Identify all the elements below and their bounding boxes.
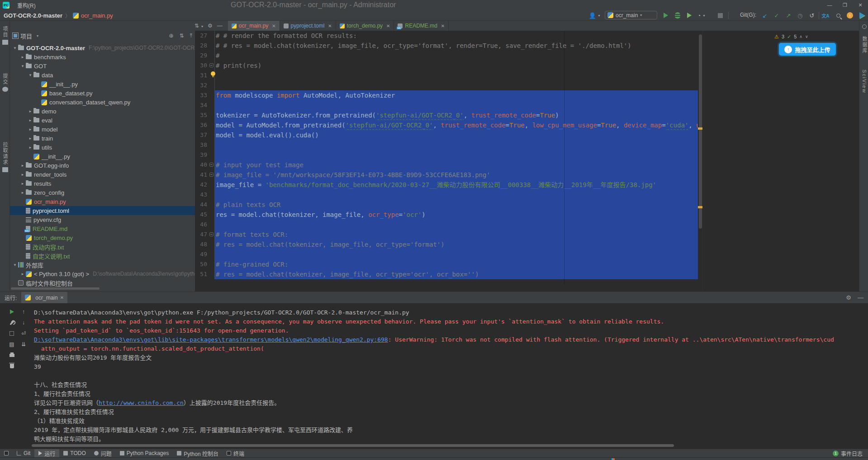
run-console[interactable]: ↑ ↓ ⏎ ▤ ⇊ D:\softwareData\Anaconda3\envs…	[0, 303, 868, 449]
fold-marker-icon[interactable]: −	[209, 232, 213, 236]
project-panel-title[interactable]: 项目	[20, 32, 32, 40]
notifications-icon[interactable]	[859, 24, 868, 29]
tree-row[interactable]: ▸render_tools	[10, 170, 195, 179]
breadcrumb-file[interactable]: ocr_main.py	[81, 12, 113, 19]
tree-row[interactable]: ▸eval	[10, 116, 195, 125]
soft-wrap-icon[interactable]: ⏎	[20, 330, 27, 337]
collapse-all-icon[interactable]: ⤒	[190, 33, 192, 39]
tree-row[interactable]: ▸zero_config	[10, 188, 195, 197]
tree-row[interactable]: pyvenv.cfg	[10, 215, 195, 224]
translate-icon[interactable]: 文A	[821, 11, 830, 19]
tree-row[interactable]: conversation_dataset_qwen.py	[10, 98, 195, 107]
run-configuration-select[interactable]: ocr_main ▾	[605, 11, 657, 19]
tool-button-commit[interactable]: 提交	[0, 73, 10, 92]
code-editor[interactable]: 27# # render the formatted OCR results:2…	[195, 31, 702, 285]
chevron-right-icon[interactable]: ▸	[19, 181, 26, 186]
profiler-button[interactable]: ◔▾	[697, 11, 705, 19]
settings-gear-icon[interactable]: ⚙	[208, 23, 213, 29]
close-icon[interactable]: ✕	[328, 23, 332, 28]
fold-marker-icon[interactable]: −	[209, 63, 213, 67]
chevron-right-icon[interactable]: ▸	[27, 127, 33, 131]
intention-bulb-icon[interactable]	[211, 71, 215, 76]
tree-row[interactable]: base_dataset.py	[10, 89, 195, 98]
tool-window-button-todo[interactable]: TODO	[59, 449, 90, 458]
stop-icon[interactable]	[8, 330, 15, 337]
tool-button-sciview[interactable]: SciView	[859, 70, 868, 94]
fold-marker-icon[interactable]: −	[209, 173, 213, 177]
tool-button-database[interactable]: 数据库	[859, 36, 868, 54]
hide-panel-icon[interactable]: —	[858, 294, 863, 301]
tree-row[interactable]: ▸results	[10, 179, 195, 188]
tree-row[interactable]: ▸train	[10, 134, 195, 143]
tree-row[interactable]: ▸< Python 3.10 (got) >D:\softwareData\An…	[10, 269, 195, 278]
run-tab[interactable]: ocr_main ✕	[21, 292, 67, 304]
hide-panel-icon[interactable]: —	[217, 23, 223, 29]
prev-problem-icon[interactable]: ∧	[799, 34, 802, 39]
chevron-right-icon[interactable]: ▸	[19, 190, 26, 195]
down-stack-icon[interactable]: ↓	[20, 319, 27, 326]
chevron-down-icon[interactable]: ▾	[27, 73, 33, 77]
minimize-button[interactable]: —	[822, 0, 837, 10]
breadcrumb-project[interactable]: GOT-OCR-2.0-master	[4, 12, 62, 19]
console-horizontal-scrollbar[interactable]	[32, 444, 674, 447]
tree-row[interactable]: ocr_main.py	[10, 197, 195, 206]
chevron-right-icon[interactable]: ▸	[27, 136, 33, 141]
tool-window-button-问题[interactable]: 问题	[90, 449, 116, 458]
drag-upload-button[interactable]: ↑ 拖拽至此上传	[779, 43, 836, 56]
inspections-widget[interactable]: ⚠ 3 ✓ 5 ∧ ∨	[774, 33, 808, 40]
run-button[interactable]	[662, 11, 670, 19]
chevron-right-icon[interactable]: ▸	[19, 55, 26, 59]
tool-window-button-终端[interactable]: 终端	[223, 449, 248, 458]
sort-tabs-icon[interactable]: ⇅▾	[194, 23, 203, 29]
tree-row[interactable]: ▸model	[10, 125, 195, 134]
tree-row[interactable]: 临时文件和控制台	[10, 278, 195, 287]
tree-row[interactable]: ▸demo	[10, 107, 195, 116]
event-log-button[interactable]: 1 事件日志	[833, 450, 863, 457]
tree-row[interactable]: ▾GOT-OCR-2.0-masterF:\python_projects\GO…	[10, 43, 195, 52]
editor-tab[interactable]: torch_demo.py✕	[336, 21, 394, 31]
update-notification-icon[interactable]: ↑	[846, 11, 854, 19]
debug-button[interactable]	[674, 11, 682, 19]
expand-all-icon[interactable]: ⇅	[180, 33, 184, 39]
plugin-icon[interactable]	[858, 11, 866, 19]
tool-windows-switcher-icon[interactable]	[0, 449, 13, 458]
tree-row[interactable]: ▸utils	[10, 143, 195, 152]
tree-row[interactable]: ▾外部库	[10, 260, 195, 269]
chevron-right-icon[interactable]: ▸	[19, 272, 26, 276]
tree-row[interactable]: torch_demo.py	[10, 233, 195, 242]
chevron-right-icon[interactable]: ▸	[19, 163, 26, 168]
chevron-right-icon[interactable]: ▸	[27, 109, 33, 113]
search-everywhere-icon[interactable]	[834, 11, 842, 19]
tool-button-pull-requests[interactable]: 拉取请求	[0, 142, 10, 172]
close-icon[interactable]: ✕	[272, 23, 275, 28]
tree-row[interactable]: ▾GOT	[10, 61, 195, 70]
tree-horizontal-scrollbar[interactable]	[11, 287, 100, 290]
chevron-right-icon[interactable]: ▸	[27, 118, 33, 122]
tree-row[interactable]: ▸benchmarks	[10, 52, 195, 61]
fold-marker-icon[interactable]: −	[209, 163, 213, 167]
close-icon[interactable]: ✕	[441, 23, 445, 28]
chevron-down-icon[interactable]: ▾	[12, 263, 18, 267]
tool-window-button-python-packages[interactable]: Python Packages	[116, 449, 173, 458]
tree-row[interactable]: README.md	[10, 224, 195, 233]
restore-layout-icon[interactable]: ▤	[8, 341, 15, 348]
tree-row[interactable]: ▸GOT.egg-info	[10, 161, 195, 170]
breadcrumb[interactable]: GOT-OCR-2.0-master 〉 ocr_main.py	[4, 10, 113, 21]
tree-row[interactable]: __init__.py	[10, 80, 195, 89]
next-problem-icon[interactable]: ∨	[805, 34, 808, 39]
chevron-down-icon[interactable]: ▾	[12, 46, 18, 50]
close-button[interactable]: ✕	[853, 0, 868, 10]
print-icon[interactable]	[8, 352, 15, 359]
git-commit-icon[interactable]: ✓	[773, 11, 781, 19]
tree-row[interactable]: __init__.py	[10, 152, 195, 161]
git-push-icon[interactable]: ↗	[784, 11, 792, 19]
editor-tab[interactable]: README.md✕	[394, 21, 449, 31]
tree-row[interactable]: 改动内容.txt	[10, 242, 195, 251]
tree-row[interactable]: ▾data	[10, 70, 195, 80]
tool-window-button-python-控制台[interactable]: Python 控制台	[173, 449, 223, 458]
user-share-icon[interactable]: 👤▾	[590, 11, 598, 19]
editor-tab[interactable]: pyproject.toml✕	[280, 21, 336, 31]
console-link[interactable]: http://www.cninfo.com.cn	[99, 399, 184, 406]
editor-tab[interactable]: ocr_main.py✕	[228, 21, 280, 31]
tree-row[interactable]: 自定义说明.txt	[10, 251, 195, 260]
